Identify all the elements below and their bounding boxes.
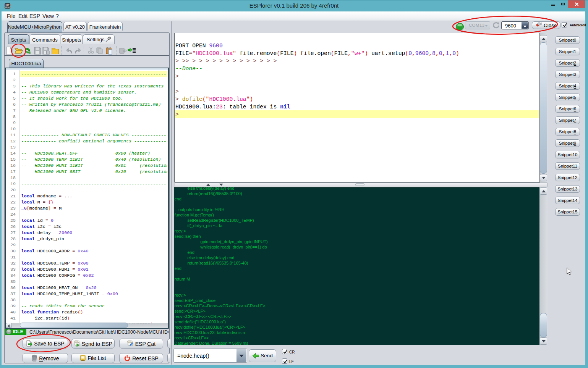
svg-text:8266: 8266	[5, 6, 10, 8]
